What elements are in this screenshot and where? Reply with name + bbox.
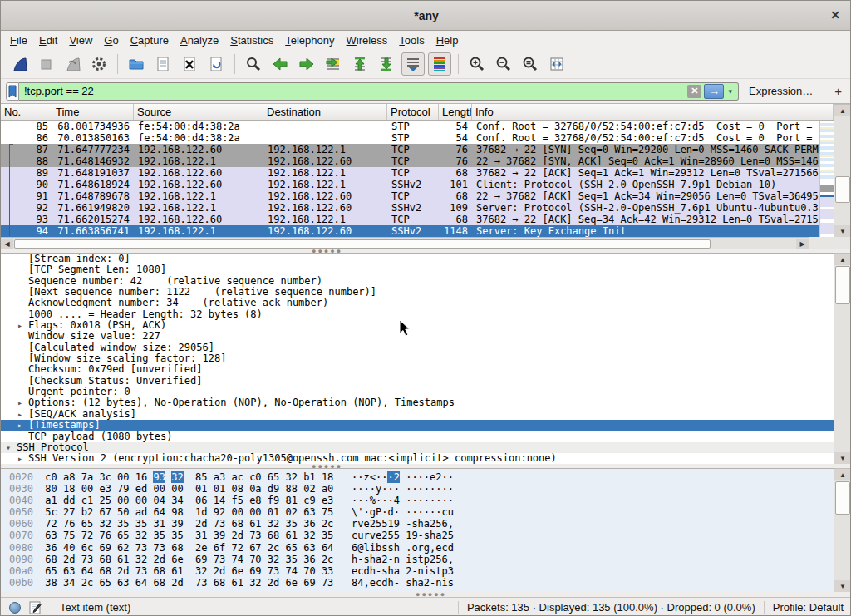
hex-byte[interactable]: 73 xyxy=(249,530,261,541)
apply-filter-button[interactable]: → xyxy=(704,84,724,99)
hex-byte[interactable]: 65 xyxy=(45,565,57,577)
packet-list-hscrollbar[interactable]: ◀ ▶ xyxy=(1,237,809,249)
hex-byte[interactable]: 2d xyxy=(214,565,225,577)
hex-byte[interactable]: 00 xyxy=(249,506,261,518)
hex-byte[interactable]: 32 xyxy=(135,530,147,541)
hex-byte[interactable]: 73 xyxy=(214,554,225,565)
hex-row[interactable]: 0020 c0 a8 7a 3c 00 16 93 32 85 a3 ac c0… xyxy=(9,471,834,483)
hex-byte[interactable]: 31 xyxy=(195,530,207,541)
hex-byte[interactable]: c0 xyxy=(249,471,261,483)
hex-byte[interactable]: 1d xyxy=(195,506,207,518)
hex-byte[interactable]: 00 xyxy=(231,506,243,518)
hex-byte[interactable]: 76 xyxy=(99,530,111,541)
hex-byte[interactable]: b1 xyxy=(303,471,315,483)
hex-byte[interactable]: 68 xyxy=(153,565,165,577)
packet-row[interactable]: 8971.648191037192.168.122.60192.168.122.… xyxy=(1,167,820,179)
hex-byte[interactable]: b2 xyxy=(81,506,93,518)
details-vscrollbar[interactable]: ▲ ▼ xyxy=(834,253,851,464)
hex-byte[interactable]: 00 xyxy=(81,483,93,495)
hex-byte[interactable]: 35 xyxy=(135,518,147,530)
clear-filter-button[interactable]: ✕ xyxy=(687,85,701,98)
detail-line[interactable]: [Stream index: 0] xyxy=(1,254,834,264)
hex-byte[interactable]: f5 xyxy=(231,495,243,506)
hex-byte[interactable]: 32 xyxy=(303,530,315,541)
hex-byte[interactable]: 68 xyxy=(171,542,183,554)
hex-byte[interactable]: 39 xyxy=(171,518,183,530)
hex-byte[interactable]: 32 xyxy=(268,518,279,530)
hex-byte[interactable]: 72 xyxy=(81,530,93,541)
column-header-length[interactable]: Length xyxy=(439,104,472,120)
zoom-out-button[interactable] xyxy=(492,52,515,76)
scroll-up-arrow[interactable]: ▲ xyxy=(834,254,851,265)
hex-byte[interactable]: 35 xyxy=(153,530,165,541)
hex-byte[interactable]: f9 xyxy=(268,495,279,506)
scroll-down-arrow[interactable]: ▼ xyxy=(834,580,851,592)
hex-row[interactable]: 0050 5c 27 b2 67 50 ad 64 98 1d 92 00 00… xyxy=(9,506,834,518)
packet-row[interactable]: 8771.647777234192.168.122.60192.168.122.… xyxy=(1,144,820,155)
hex-byte[interactable]: 7a xyxy=(81,471,93,483)
column-header-source[interactable]: Source xyxy=(134,104,263,120)
go-back-button[interactable] xyxy=(268,52,292,76)
expand-arrow-icon[interactable]: ▸ xyxy=(17,397,28,408)
hex-byte[interactable]: 3c xyxy=(99,471,111,483)
hex-byte[interactable]: 34 xyxy=(171,495,183,506)
hex-byte[interactable]: 70 xyxy=(303,565,315,577)
hex-row[interactable]: 0070 63 75 72 76 65 32 35 35 31 39 2d 73… xyxy=(9,530,834,541)
hex-byte[interactable]: 79 xyxy=(117,483,129,495)
hex-byte[interactable]: 35 xyxy=(286,554,298,565)
hex-byte[interactable]: 64 xyxy=(322,542,333,554)
hex-byte[interactable]: 2d xyxy=(153,554,165,565)
hex-byte[interactable]: 73 xyxy=(153,542,165,554)
detail-line[interactable]: ▸Options: (12 bytes), No-Operation (NOP)… xyxy=(1,397,834,408)
auto-scroll-button[interactable] xyxy=(401,52,425,76)
menu-item-edit[interactable]: Edit xyxy=(33,32,63,48)
hex-byte[interactable]: 72 xyxy=(45,518,57,530)
hex-byte[interactable]: 73 xyxy=(322,577,333,589)
hex-byte[interactable]: e8 xyxy=(249,495,261,506)
menu-item-analyze[interactable]: Analyze xyxy=(175,32,224,48)
hex-byte[interactable]: ed xyxy=(135,483,147,495)
column-header-time[interactable]: Time xyxy=(52,104,134,120)
hex-byte[interactable]: 36 xyxy=(45,542,57,554)
scroll-up-arrow[interactable]: ▲ xyxy=(834,105,851,116)
hex-byte[interactable]: 6c xyxy=(81,542,93,554)
profile-text[interactable]: Profile: Default xyxy=(773,601,844,614)
hex-byte[interactable]: 08 xyxy=(231,483,243,495)
capture-options-button[interactable] xyxy=(87,52,111,76)
hex-byte[interactable]: 39 xyxy=(214,530,225,541)
expand-arrow-icon[interactable]: ▸ xyxy=(17,320,28,331)
scroll-left-arrow[interactable]: ◀ xyxy=(1,239,13,249)
column-header-destination[interactable]: Destination xyxy=(263,104,387,120)
packet-row[interactable]: 8568.001734936fe:54:00:d4:38:2aSTP54Conf… xyxy=(1,121,820,132)
hex-byte[interactable]: 63 xyxy=(303,506,315,518)
menu-item-go[interactable]: Go xyxy=(98,32,124,48)
hex-byte[interactable]: 76 xyxy=(63,518,75,530)
menu-item-telephony[interactable]: Telephony xyxy=(279,32,340,48)
hex-byte[interactable]: a3 xyxy=(214,471,225,483)
hex-byte[interactable]: 6e xyxy=(231,565,243,577)
hex-byte[interactable]: 65 xyxy=(268,471,279,483)
hex-byte[interactable]: 2d xyxy=(231,530,243,541)
detail-line[interactable]: ▸[SEQ/ACK analysis] xyxy=(1,409,834,420)
hex-row[interactable]: 0080 36 40 6c 69 62 73 73 68 2e 6f 72 67… xyxy=(9,542,834,554)
hex-byte[interactable]: 34 xyxy=(63,577,75,589)
expression-button[interactable]: Expression… xyxy=(749,85,813,97)
hex-byte[interactable]: 63 xyxy=(303,542,315,554)
hex-byte[interactable]: 69 xyxy=(195,554,207,565)
menu-item-view[interactable]: View xyxy=(63,32,98,48)
column-header-no[interactable]: No. xyxy=(1,104,52,120)
hex-byte[interactable]: 69 xyxy=(99,542,111,554)
hex-byte[interactable]: 00 xyxy=(117,495,129,506)
detail-line[interactable]: Sequence number: 42 (relative sequence n… xyxy=(1,276,834,287)
hex-byte[interactable]: 01 xyxy=(268,506,279,518)
detail-line[interactable]: Urgent pointer: 0 xyxy=(1,387,834,397)
hex-row[interactable]: 00a0 65 63 64 68 2d 73 68 61 32 2d 6e 69… xyxy=(9,565,834,577)
hex-byte[interactable]: 2d xyxy=(171,577,183,589)
hex-byte[interactable]: 36 xyxy=(303,554,315,565)
hex-byte[interactable]: e3 xyxy=(322,495,333,506)
stop-capture-button[interactable] xyxy=(34,52,57,76)
scroll-down-arrow[interactable]: ▼ xyxy=(834,225,851,237)
hex-byte[interactable]: 5c xyxy=(45,506,57,518)
hex-byte[interactable]: 85 xyxy=(195,471,207,483)
hex-byte[interactable]: e3 xyxy=(99,483,111,495)
